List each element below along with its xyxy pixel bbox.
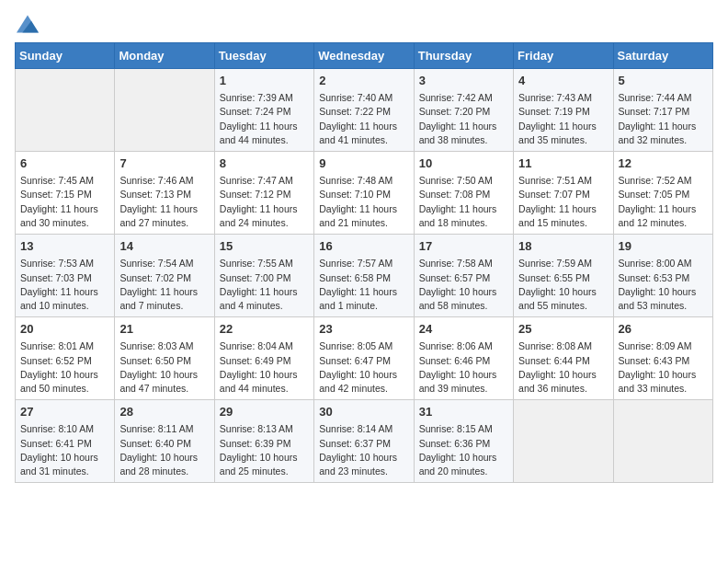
calendar-cell: 18Sunrise: 7:59 AM Sunset: 6:55 PM Dayli… (514, 235, 613, 317)
day-number: 24 (419, 321, 508, 338)
day-info: Sunrise: 8:06 AM Sunset: 6:46 PM Dayligh… (419, 339, 508, 396)
calendar-cell: 6Sunrise: 7:45 AM Sunset: 7:15 PM Daylig… (16, 152, 115, 235)
day-number: 8 (220, 155, 309, 172)
calendar-cell (115, 69, 214, 152)
day-info: Sunrise: 8:04 AM Sunset: 6:49 PM Dayligh… (220, 339, 309, 396)
day-info: Sunrise: 7:46 AM Sunset: 7:13 PM Dayligh… (119, 174, 209, 230)
day-number: 14 (119, 238, 209, 255)
calendar-cell: 15Sunrise: 7:55 AM Sunset: 7:00 PM Dayli… (214, 235, 313, 317)
day-info: Sunrise: 7:57 AM Sunset: 6:58 PM Dayligh… (319, 257, 408, 313)
day-info: Sunrise: 8:09 AM Sunset: 6:43 PM Dayligh… (619, 339, 708, 396)
day-info: Sunrise: 7:43 AM Sunset: 7:19 PM Dayligh… (518, 91, 608, 147)
calendar-cell: 2Sunrise: 7:40 AM Sunset: 7:22 PM Daylig… (314, 69, 414, 152)
calendar-cell: 1Sunrise: 7:39 AM Sunset: 7:24 PM Daylig… (214, 69, 313, 152)
day-info: Sunrise: 7:53 AM Sunset: 7:03 PM Dayligh… (20, 257, 109, 313)
day-number: 4 (518, 73, 608, 89)
day-of-week-header: Tuesday (214, 43, 313, 69)
day-number: 16 (319, 238, 408, 255)
day-number: 17 (419, 238, 508, 255)
calendar-cell: 8Sunrise: 7:47 AM Sunset: 7:12 PM Daylig… (214, 152, 313, 235)
day-of-week-header: Sunday (16, 43, 115, 69)
calendar-cell: 11Sunrise: 7:51 AM Sunset: 7:07 PM Dayli… (514, 152, 613, 235)
day-info: Sunrise: 8:01 AM Sunset: 6:52 PM Dayligh… (20, 339, 109, 396)
day-number: 9 (319, 155, 408, 172)
day-info: Sunrise: 8:03 AM Sunset: 6:50 PM Dayligh… (119, 339, 209, 396)
day-of-week-header: Wednesday (314, 43, 414, 69)
day-info: Sunrise: 8:11 AM Sunset: 6:40 PM Dayligh… (119, 422, 209, 478)
calendar-cell: 5Sunrise: 7:44 AM Sunset: 7:17 PM Daylig… (613, 69, 712, 152)
calendar-cell: 3Sunrise: 7:42 AM Sunset: 7:20 PM Daylig… (414, 69, 513, 152)
calendar-cell: 31Sunrise: 8:15 AM Sunset: 6:36 PM Dayli… (414, 400, 513, 483)
calendar-week-row: 6Sunrise: 7:45 AM Sunset: 7:15 PM Daylig… (16, 152, 713, 235)
calendar-cell: 7Sunrise: 7:46 AM Sunset: 7:13 PM Daylig… (115, 152, 214, 235)
calendar-cell: 23Sunrise: 8:05 AM Sunset: 6:47 PM Dayli… (314, 317, 414, 400)
day-info: Sunrise: 7:48 AM Sunset: 7:10 PM Dayligh… (319, 174, 408, 230)
day-number: 15 (220, 238, 309, 255)
calendar-cell: 21Sunrise: 8:03 AM Sunset: 6:50 PM Dayli… (115, 317, 214, 400)
calendar-cell: 14Sunrise: 7:54 AM Sunset: 7:02 PM Dayli… (115, 235, 214, 317)
calendar-week-row: 1Sunrise: 7:39 AM Sunset: 7:24 PM Daylig… (16, 69, 713, 152)
day-number: 6 (20, 155, 109, 172)
calendar-cell (16, 69, 115, 152)
day-number: 3 (419, 73, 508, 89)
calendar-header-row: SundayMondayTuesdayWednesdayThursdayFrid… (16, 43, 713, 69)
day-number: 2 (319, 73, 408, 89)
day-number: 28 (119, 404, 209, 420)
calendar-cell: 12Sunrise: 7:52 AM Sunset: 7:05 PM Dayli… (613, 152, 712, 235)
day-number: 13 (20, 238, 109, 255)
calendar-cell: 17Sunrise: 7:58 AM Sunset: 6:57 PM Dayli… (414, 235, 513, 317)
calendar-cell: 19Sunrise: 8:00 AM Sunset: 6:53 PM Dayli… (613, 235, 712, 317)
calendar-cell: 4Sunrise: 7:43 AM Sunset: 7:19 PM Daylig… (514, 69, 613, 152)
calendar-cell (613, 400, 712, 483)
day-number: 1 (220, 73, 309, 89)
day-info: Sunrise: 8:00 AM Sunset: 6:53 PM Dayligh… (619, 257, 708, 313)
day-of-week-header: Friday (514, 43, 613, 69)
calendar-week-row: 13Sunrise: 7:53 AM Sunset: 7:03 PM Dayli… (16, 235, 713, 317)
calendar-week-row: 27Sunrise: 8:10 AM Sunset: 6:41 PM Dayli… (16, 400, 713, 483)
day-number: 31 (419, 404, 508, 420)
day-number: 12 (619, 155, 708, 172)
day-number: 26 (619, 321, 708, 338)
calendar-cell: 9Sunrise: 7:48 AM Sunset: 7:10 PM Daylig… (314, 152, 414, 235)
day-number: 22 (220, 321, 309, 338)
day-info: Sunrise: 7:40 AM Sunset: 7:22 PM Dayligh… (319, 91, 408, 147)
calendar-week-row: 20Sunrise: 8:01 AM Sunset: 6:52 PM Dayli… (16, 317, 713, 400)
day-info: Sunrise: 7:50 AM Sunset: 7:08 PM Dayligh… (419, 174, 508, 230)
day-number: 23 (319, 321, 408, 338)
day-of-week-header: Monday (115, 43, 214, 69)
calendar-cell: 13Sunrise: 7:53 AM Sunset: 7:03 PM Dayli… (16, 235, 115, 317)
calendar-cell: 29Sunrise: 8:13 AM Sunset: 6:39 PM Dayli… (214, 400, 313, 483)
day-info: Sunrise: 7:52 AM Sunset: 7:05 PM Dayligh… (619, 174, 708, 230)
day-info: Sunrise: 7:39 AM Sunset: 7:24 PM Dayligh… (220, 91, 309, 147)
day-info: Sunrise: 7:42 AM Sunset: 7:20 PM Dayligh… (419, 91, 508, 147)
day-info: Sunrise: 7:45 AM Sunset: 7:15 PM Dayligh… (20, 174, 109, 230)
calendar-cell: 30Sunrise: 8:14 AM Sunset: 6:37 PM Dayli… (314, 400, 414, 483)
calendar-cell: 26Sunrise: 8:09 AM Sunset: 6:43 PM Dayli… (613, 317, 712, 400)
day-of-week-header: Saturday (613, 43, 712, 69)
day-info: Sunrise: 7:44 AM Sunset: 7:17 PM Dayligh… (619, 91, 708, 147)
day-number: 18 (518, 238, 608, 255)
calendar-cell: 27Sunrise: 8:10 AM Sunset: 6:41 PM Dayli… (16, 400, 115, 483)
day-number: 27 (20, 404, 109, 420)
day-info: Sunrise: 7:59 AM Sunset: 6:55 PM Dayligh… (518, 257, 608, 313)
day-info: Sunrise: 8:10 AM Sunset: 6:41 PM Dayligh… (20, 422, 109, 478)
day-number: 10 (419, 155, 508, 172)
calendar-cell: 10Sunrise: 7:50 AM Sunset: 7:08 PM Dayli… (414, 152, 513, 235)
day-info: Sunrise: 8:08 AM Sunset: 6:44 PM Dayligh… (518, 339, 608, 396)
day-number: 30 (319, 404, 408, 420)
day-info: Sunrise: 7:58 AM Sunset: 6:57 PM Dayligh… (419, 257, 508, 313)
day-number: 7 (119, 155, 209, 172)
day-info: Sunrise: 8:05 AM Sunset: 6:47 PM Dayligh… (319, 339, 408, 396)
day-of-week-header: Thursday (414, 43, 513, 69)
day-number: 11 (518, 155, 608, 172)
day-info: Sunrise: 8:13 AM Sunset: 6:39 PM Dayligh… (220, 422, 309, 478)
day-number: 5 (619, 73, 708, 89)
calendar-cell: 25Sunrise: 8:08 AM Sunset: 6:44 PM Dayli… (514, 317, 613, 400)
day-info: Sunrise: 8:14 AM Sunset: 6:37 PM Dayligh… (319, 422, 408, 478)
day-info: Sunrise: 7:47 AM Sunset: 7:12 PM Dayligh… (220, 174, 309, 230)
calendar-cell: 16Sunrise: 7:57 AM Sunset: 6:58 PM Dayli… (314, 235, 414, 317)
calendar-cell: 28Sunrise: 8:11 AM Sunset: 6:40 PM Dayli… (115, 400, 214, 483)
page-header (15, 15, 713, 33)
day-info: Sunrise: 7:55 AM Sunset: 7:00 PM Dayligh… (220, 257, 309, 313)
logo (15, 15, 39, 33)
